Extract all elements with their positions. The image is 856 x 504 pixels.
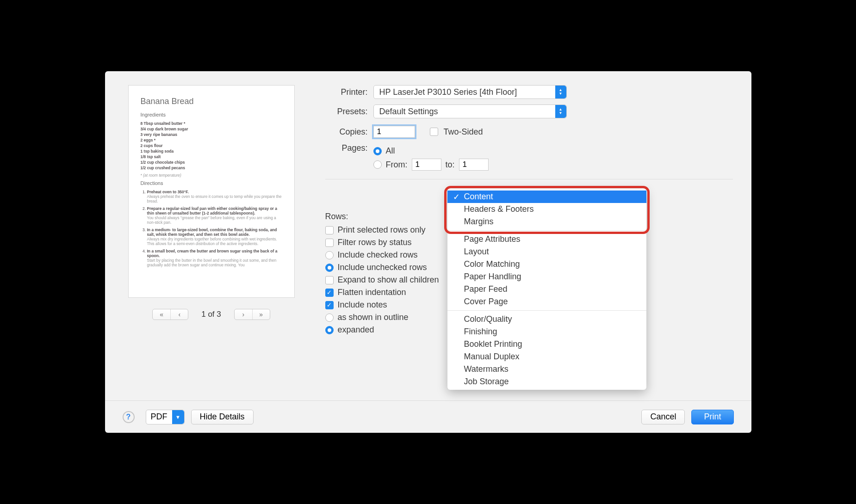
print-selected-checkbox[interactable]: [325, 226, 334, 234]
preview-ingredient: 1 tsp baking soda: [141, 149, 282, 154]
presets-value: Default Settings: [374, 105, 444, 118]
preview-ingredient: 2 cups flour: [141, 143, 282, 148]
chevron-down-icon: ▼: [172, 410, 184, 424]
printer-value: HP LaserJet P3010 Series [4th Floor]: [374, 86, 523, 98]
section-item-paper-handling[interactable]: Paper Handling: [447, 270, 646, 283]
expand-children-label: Expand to show all children: [338, 275, 439, 285]
pages-to-label: to:: [446, 160, 455, 170]
preview-ingredient: 3 very ripe bananas: [141, 132, 282, 137]
section-item-margins[interactable]: Margins: [447, 215, 646, 228]
preview-column: Banana Bread Ingredients 8 Tbsp unsalted…: [124, 85, 299, 338]
section-item-layout[interactable]: Layout: [447, 246, 646, 258]
notes-as-shown-label: as shown in outline: [338, 313, 409, 322]
chevron-updown-icon: ▲▼: [555, 86, 566, 98]
print-dialog: Banana Bread Ingredients 8 Tbsp unsalted…: [105, 71, 751, 433]
include-checked-radio[interactable]: [325, 251, 334, 259]
preview-ingredient: 2 eggs *: [141, 138, 282, 142]
filter-status-label: Filter rows by status: [338, 238, 412, 247]
filter-status-checkbox[interactable]: [325, 239, 334, 247]
section-item-page-attributes[interactable]: Page Attributes: [447, 233, 646, 246]
bottom-bar: ? PDF ▼ Hide Details Cancel Print: [105, 400, 751, 433]
preview-doc-title: Banana Bread: [141, 97, 282, 106]
pager-status: 1 of 3: [201, 310, 221, 319]
section-item-job-storage[interactable]: Job Storage: [447, 375, 646, 388]
preview-ingredient: 1/2 cup chocolate chips: [141, 160, 282, 165]
expand-children-checkbox[interactable]: [325, 276, 334, 284]
pages-from-input[interactable]: [412, 159, 441, 171]
separator: [325, 179, 733, 179]
section-item-manual-duplex[interactable]: Manual Duplex: [447, 350, 646, 363]
pages-from-label: From:: [386, 160, 408, 170]
section-item-watermarks[interactable]: Watermarks: [447, 363, 646, 375]
copies-label: Copies:: [325, 127, 368, 137]
preview-step: Prepare a regular-sized loaf pan with ei…: [147, 206, 282, 225]
preview-step: In a small bowl, cream the butter and br…: [147, 249, 282, 267]
preview-ingredient: 8 Tbsp unsalted butter *: [141, 121, 282, 126]
page-preview: Banana Bread Ingredients 8 Tbsp unsalted…: [128, 85, 295, 298]
section-item-finishing[interactable]: Finishing: [447, 326, 646, 338]
pdf-dropdown-button[interactable]: PDF ▼: [146, 410, 185, 424]
section-item-headers-footers[interactable]: Headers & Footers: [447, 203, 646, 215]
printer-select[interactable]: HP LaserJet P3010 Series [4th Floor] ▲▼: [373, 85, 567, 99]
pages-all-radio[interactable]: [373, 147, 382, 155]
presets-select[interactable]: Default Settings ▲▼: [373, 104, 567, 118]
pdf-label: PDF: [146, 412, 172, 422]
help-button[interactable]: ?: [123, 411, 135, 423]
flatten-indent-label: Flatten indentation: [338, 288, 406, 297]
pager-first-button[interactable]: «: [153, 309, 170, 320]
flatten-indent-checkbox[interactable]: ✓: [325, 289, 334, 297]
presets-label: Presets:: [325, 107, 368, 117]
print-button[interactable]: Print: [691, 410, 733, 424]
pages-range-radio[interactable]: [373, 160, 382, 169]
pager-next-button[interactable]: ›: [235, 309, 252, 320]
notes-expanded-label: expanded: [338, 325, 374, 335]
pager-prev-button[interactable]: ‹: [170, 309, 188, 320]
preview-step: Preheat oven to 350°F.Always preheat the…: [147, 190, 282, 203]
preview-ingredients-heading: Ingredients: [141, 112, 282, 117]
hide-details-button[interactable]: Hide Details: [191, 410, 254, 424]
include-checked-label: Include checked rows: [338, 250, 418, 260]
preview-pager: « ‹ 1 of 3 › »: [124, 309, 299, 320]
include-unchecked-label: Include unchecked rows: [338, 263, 427, 272]
section-item-booklet-printing[interactable]: Booklet Printing: [447, 338, 646, 350]
pages-all-label: All: [386, 146, 395, 156]
notes-expanded-radio[interactable]: [325, 326, 334, 334]
section-dropdown-popup[interactable]: Content Headers & Footers Margins Page A…: [447, 189, 646, 390]
preview-ingredient: 1/8 tsp salt: [141, 154, 282, 159]
notes-as-shown-radio[interactable]: [325, 313, 334, 322]
pages-label: Pages:: [325, 143, 368, 153]
include-notes-label: Include notes: [338, 300, 387, 310]
section-item-color-quality[interactable]: Color/Quality: [447, 313, 646, 326]
section-item-paper-feed[interactable]: Paper Feed: [447, 283, 646, 295]
pager-last-button[interactable]: »: [252, 309, 270, 320]
printer-label: Printer:: [325, 87, 368, 97]
chevron-updown-icon: ▲▼: [555, 105, 566, 118]
include-notes-checkbox[interactable]: ✓: [325, 301, 334, 309]
print-selected-label: Print selected rows only: [338, 225, 426, 235]
cancel-button[interactable]: Cancel: [641, 410, 685, 424]
preview-ingredient: 3/4 cup dark brown sugar: [141, 127, 282, 131]
section-item-content[interactable]: Content: [447, 191, 646, 203]
pages-to-input[interactable]: [459, 159, 489, 171]
two-sided-label: Two-Sided: [444, 127, 483, 137]
copies-input[interactable]: [373, 126, 415, 138]
preview-directions-heading: Directions: [141, 180, 282, 186]
include-unchecked-radio[interactable]: [325, 264, 334, 272]
section-item-cover-page[interactable]: Cover Page: [447, 295, 646, 308]
preview-ingredient-note: * (at room temperature): [141, 173, 282, 178]
section-item-color-matching[interactable]: Color Matching: [447, 258, 646, 270]
preview-step: In a medium- to large-sized bowl, combin…: [147, 227, 282, 246]
preview-ingredient: 1/2 cup crushed pecans: [141, 166, 282, 170]
two-sided-checkbox[interactable]: [430, 128, 438, 136]
